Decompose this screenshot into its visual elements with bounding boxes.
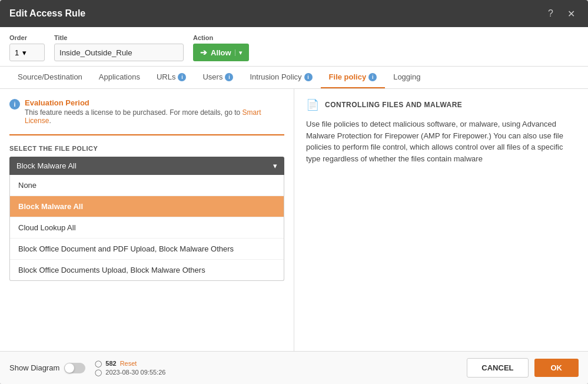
left-panel: i Evaluation Period This feature needs a… xyxy=(0,89,294,351)
top-bar: Order 1 Title Action ➔ Allow ▾ xyxy=(0,27,588,67)
clock-icon: ◯ xyxy=(95,369,102,376)
modal-footer: Show Diagram ◯ 582 Reset ◯ 2023-08-30 09… xyxy=(0,351,588,384)
right-panel-header: 📄 CONTROLLING FILES AND MALWARE xyxy=(306,98,576,111)
show-diagram-label: Show Diagram xyxy=(9,363,59,372)
dropdown-item-cloud-lookup-label: Cloud Lookup All xyxy=(18,223,76,232)
users-info-icon: i xyxy=(225,73,233,81)
dropdown-item-block-malware-all-label: Block Malware All xyxy=(18,202,83,211)
order-value: 1 xyxy=(15,48,19,57)
dropdown-item-none[interactable]: None xyxy=(10,175,284,196)
modal-title: Edit Access Rule xyxy=(9,8,85,19)
tab-intrusion-policy[interactable]: Intrusion Policy i xyxy=(241,67,320,88)
tab-users-label: Users xyxy=(202,72,222,81)
eval-banner: i Evaluation Period This feature needs a… xyxy=(9,98,284,125)
show-diagram-toggle[interactable] xyxy=(64,363,85,373)
dropdown-item-block-office-pdf[interactable]: Block Office Document and PDF Upload, Bl… xyxy=(10,239,284,260)
order-select[interactable]: 1 xyxy=(9,44,45,61)
header-icons: ? ✕ xyxy=(544,7,579,21)
footer-left: Show Diagram ◯ 582 Reset ◯ 2023-08-30 09… xyxy=(9,360,165,376)
edit-access-rule-modal: Edit Access Rule ? ✕ Order 1 Title Actio… xyxy=(0,0,588,384)
eval-desc: This feature needs a license to be purch… xyxy=(25,108,284,125)
tab-applications[interactable]: Applications xyxy=(91,67,148,88)
action-field: Action ➔ Allow ▾ xyxy=(193,34,249,61)
order-label: Order xyxy=(9,34,45,41)
intrusion-policy-info-icon: i xyxy=(304,73,313,81)
tab-logging-label: Logging xyxy=(393,72,420,81)
controlling-files-icon: 📄 xyxy=(306,98,319,111)
tab-source-destination-label: Source/Destination xyxy=(18,72,82,81)
footer-right: CANCEL OK xyxy=(467,358,579,378)
content-area: i Evaluation Period This feature needs a… xyxy=(0,89,588,351)
close-button[interactable]: ✕ xyxy=(564,7,579,21)
tab-users[interactable]: Users i xyxy=(194,67,241,88)
toggle-knob xyxy=(65,363,74,373)
action-button[interactable]: ➔ Allow ▾ xyxy=(193,44,249,61)
order-field: Order 1 xyxy=(9,34,45,61)
tab-file-policy-label: File policy xyxy=(329,72,367,81)
eval-info-icon: i xyxy=(9,99,20,110)
reset-link[interactable]: Reset xyxy=(120,360,137,367)
title-field: Title xyxy=(54,34,184,61)
tab-urls-label: URLs xyxy=(157,72,176,81)
dropdown-item-block-office-pdf-label: Block Office Document and PDF Upload, Bl… xyxy=(18,244,234,253)
action-icon: ➔ xyxy=(200,48,207,57)
right-panel-title: CONTROLLING FILES AND MALWARE xyxy=(325,101,462,109)
action-value: Allow xyxy=(211,48,231,57)
dropdown-item-block-malware-all[interactable]: Block Malware All xyxy=(10,196,284,217)
tab-bar: Source/Destination Applications URLs i U… xyxy=(0,67,588,89)
footer-meta: ◯ 582 Reset ◯ 2023-08-30 09:55:26 xyxy=(95,360,165,376)
right-panel-description: Use file policies to detect malicious so… xyxy=(306,118,576,164)
meta-timestamp-row: ◯ 2023-08-30 09:55:26 xyxy=(95,369,165,376)
eval-title: Evaluation Period xyxy=(25,98,284,107)
file-policy-dropdown-menu: None Block Malware All Cloud Lookup All … xyxy=(9,175,284,281)
modal-body: Order 1 Title Action ➔ Allow ▾ xyxy=(0,27,588,351)
order-chevron-icon xyxy=(22,48,26,57)
title-input[interactable] xyxy=(54,44,184,61)
dropdown-item-block-office-docs-label: Block Office Documents Upload, Block Mal… xyxy=(18,266,205,274)
action-label: Action xyxy=(193,34,249,41)
cancel-button[interactable]: CANCEL xyxy=(467,358,528,378)
tab-urls[interactable]: URLs i xyxy=(148,67,195,88)
show-diagram-toggle-area: Show Diagram xyxy=(9,363,85,373)
dropdown-item-block-office-docs[interactable]: Block Office Documents Upload, Block Mal… xyxy=(10,260,284,280)
dropdown-item-none-label: None xyxy=(18,181,36,190)
right-panel: 📄 CONTROLLING FILES AND MALWARE Use file… xyxy=(294,89,588,351)
tab-file-policy[interactable]: File policy i xyxy=(321,67,386,88)
dropdown-chevron-icon: ▾ xyxy=(273,161,277,170)
action-chevron-icon: ▾ xyxy=(235,49,242,56)
file-policy-info-icon: i xyxy=(368,73,377,81)
file-policy-dropdown-trigger[interactable]: Block Malware All ▾ xyxy=(9,157,284,175)
help-button[interactable]: ? xyxy=(544,7,557,20)
dropdown-item-cloud-lookup[interactable]: Cloud Lookup All xyxy=(10,217,284,239)
eval-text: Evaluation Period This feature needs a l… xyxy=(25,98,284,125)
modal-header: Edit Access Rule ? ✕ xyxy=(0,0,588,27)
meta-timestamp: 2023-08-30 09:55:26 xyxy=(105,369,165,376)
count-icon: ◯ xyxy=(95,360,102,368)
file-policy-section-label: SELECT THE FILE POLICY xyxy=(9,145,284,152)
meta-count-row: ◯ 582 Reset xyxy=(95,360,165,368)
eval-divider xyxy=(9,134,284,135)
urls-info-icon: i xyxy=(178,73,186,81)
file-policy-selected-value: Block Malware All xyxy=(16,161,77,170)
meta-count: 582 xyxy=(105,360,116,367)
tab-applications-label: Applications xyxy=(99,72,140,81)
ok-button[interactable]: OK xyxy=(534,359,579,377)
tab-intrusion-policy-label: Intrusion Policy xyxy=(250,72,301,81)
file-policy-dropdown: Block Malware All ▾ None Block Malware A… xyxy=(9,157,284,281)
title-label: Title xyxy=(54,34,184,41)
tab-logging[interactable]: Logging xyxy=(385,67,428,88)
tab-source-destination[interactable]: Source/Destination xyxy=(9,67,91,88)
